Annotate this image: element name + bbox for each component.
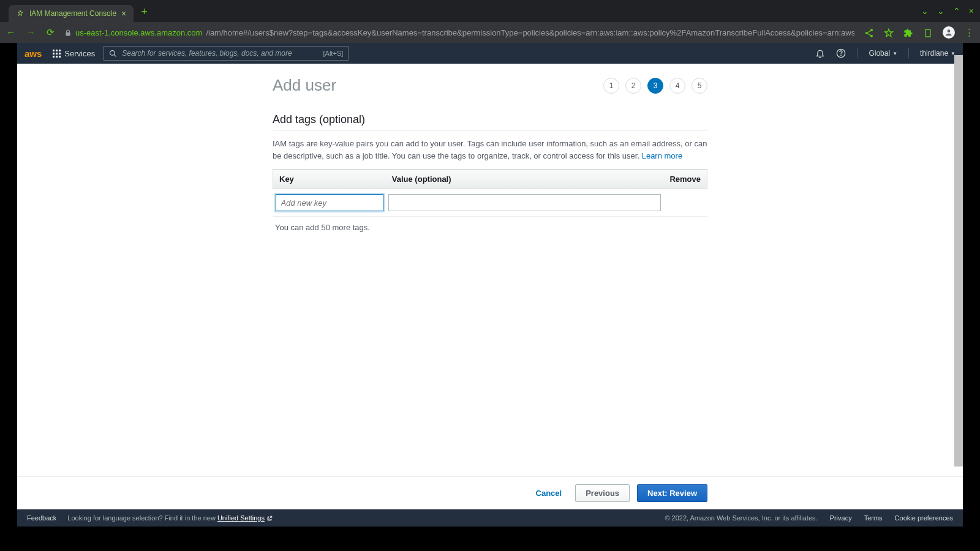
bookmark-icon[interactable] xyxy=(884,27,894,38)
learn-more-link[interactable]: Learn more xyxy=(642,151,682,160)
section-title: Add tags (optional) xyxy=(273,113,707,130)
wizard-footer: Cancel Previous Next: Review xyxy=(17,476,963,509)
address-bar-row: ← → ⟳ us-east-1.console.aws.amazon.com/i… xyxy=(0,22,980,43)
close-icon[interactable]: × xyxy=(121,9,126,18)
footer-link-privacy[interactable]: Privacy xyxy=(830,514,852,522)
scrollbar[interactable] xyxy=(954,55,963,467)
new-tab-button[interactable]: + xyxy=(141,6,148,18)
column-header-key: Key xyxy=(273,170,386,189)
tab-bar: IAM Management Console × + ⌄ ⌄ ⌃ × xyxy=(0,0,980,22)
svg-point-4 xyxy=(948,29,951,32)
scrollbar-thumb[interactable] xyxy=(954,55,963,467)
tag-value-input[interactable] xyxy=(388,194,662,211)
aws-footer: Feedback Looking for language selection?… xyxy=(17,509,963,527)
extensions-icon[interactable] xyxy=(903,27,913,38)
wizard-steps: 1 2 3 4 5 xyxy=(603,78,707,94)
help-button[interactable] xyxy=(836,48,846,58)
browser-right-controls: ⋮ xyxy=(864,26,974,39)
column-header-remove: Remove xyxy=(663,170,707,189)
url-path: /iam/home#/users$new?step=tags&accessKey… xyxy=(206,28,854,37)
nav-icons: ← → ⟳ xyxy=(6,27,55,38)
external-link-icon xyxy=(266,514,273,522)
search-shortcut: [Alt+S] xyxy=(323,50,344,57)
kebab-menu-icon[interactable]: ⋮ xyxy=(965,27,974,38)
region-selector[interactable]: Global ▼ xyxy=(869,49,897,58)
wizard-step-2[interactable]: 2 xyxy=(625,78,641,94)
lock-icon xyxy=(64,28,72,37)
chevron-down-icon: ▼ xyxy=(892,51,897,56)
page-header: Add user 1 2 3 4 5 xyxy=(273,76,707,95)
cancel-button[interactable]: Cancel xyxy=(530,485,568,501)
grid-icon xyxy=(53,50,61,58)
svg-point-2 xyxy=(870,35,873,37)
main-content: Add user 1 2 3 4 5 Add tags (optional) I… xyxy=(17,64,963,476)
tag-key-input[interactable] xyxy=(276,194,383,211)
profile-avatar-icon[interactable] xyxy=(943,26,955,39)
footer-right: © 2022, Amazon Web Services, Inc. or its… xyxy=(665,514,953,522)
svg-point-0 xyxy=(870,29,873,31)
services-label: Services xyxy=(64,49,95,58)
aws-topnav: aws Services Search for services, featur… xyxy=(17,43,963,64)
services-menu-button[interactable]: Services xyxy=(53,49,95,58)
svg-point-5 xyxy=(110,51,115,56)
reload-button[interactable]: ⟳ xyxy=(47,27,55,38)
device-icon[interactable] xyxy=(923,27,933,38)
window-close-icon[interactable]: × xyxy=(969,6,974,16)
browser-tab[interactable]: IAM Management Console × xyxy=(9,5,134,22)
window-maximize-icon[interactable]: ⌃ xyxy=(953,6,960,16)
tags-hint: You can add 50 more tags. xyxy=(273,223,707,232)
feedback-link[interactable]: Feedback xyxy=(27,514,56,522)
tags-table: Key Value (optional) Remove xyxy=(273,169,707,217)
previous-button[interactable]: Previous xyxy=(575,484,630,502)
svg-rect-3 xyxy=(925,29,930,37)
wizard-step-3[interactable]: 3 xyxy=(647,78,663,94)
search-icon xyxy=(109,49,117,58)
copyright: © 2022, Amazon Web Services, Inc. or its… xyxy=(665,514,817,522)
notifications-button[interactable] xyxy=(815,48,825,58)
chevron-down-icon[interactable]: ⌄ xyxy=(921,6,929,16)
divider xyxy=(908,48,909,58)
back-button[interactable]: ← xyxy=(6,27,15,38)
next-button[interactable]: Next: Review xyxy=(637,484,707,502)
share-icon[interactable] xyxy=(864,27,874,38)
aws-logo[interactable]: aws xyxy=(24,48,42,59)
browser-chrome: IAM Management Console × + ⌄ ⌄ ⌃ × ← → ⟳… xyxy=(0,0,980,43)
window-minimize-icon[interactable]: ⌄ xyxy=(937,6,944,16)
account-selector[interactable]: thirdlane ▼ xyxy=(920,49,956,58)
wizard-step-1[interactable]: 1 xyxy=(603,78,619,94)
aws-topnav-right: Global ▼ thirdlane ▼ xyxy=(815,48,956,58)
tab-title: IAM Management Console xyxy=(29,9,116,18)
lang-hint: Looking for language selection? Find it … xyxy=(67,514,273,522)
url-domain: us-east-1.console.aws.amazon.com xyxy=(75,28,202,37)
tab-favicon-icon xyxy=(16,9,24,18)
table-row xyxy=(273,189,707,217)
window-controls: ⌄ ⌄ ⌃ × xyxy=(921,6,974,16)
footer-link-cookies[interactable]: Cookie preferences xyxy=(895,514,953,522)
address-bar[interactable]: us-east-1.console.aws.amazon.com/iam/hom… xyxy=(64,28,854,37)
svg-point-7 xyxy=(841,55,842,56)
search-input[interactable]: Search for services, features, blogs, do… xyxy=(104,46,349,61)
divider xyxy=(857,48,858,58)
page-title: Add user xyxy=(273,76,336,95)
wizard-step-4[interactable]: 4 xyxy=(669,78,685,94)
forward-button[interactable]: → xyxy=(26,27,36,38)
aws-console: aws Services Search for services, featur… xyxy=(17,43,963,527)
wizard-step-5[interactable]: 5 xyxy=(692,78,707,94)
svg-point-1 xyxy=(865,32,868,34)
unified-settings-link[interactable]: Unified Settings xyxy=(217,514,265,522)
search-placeholder: Search for services, features, blogs, do… xyxy=(122,49,292,58)
footer-link-terms[interactable]: Terms xyxy=(864,514,883,522)
column-header-value: Value (optional) xyxy=(386,170,664,189)
section-description: IAM tags are key-value pairs you can add… xyxy=(273,138,707,162)
